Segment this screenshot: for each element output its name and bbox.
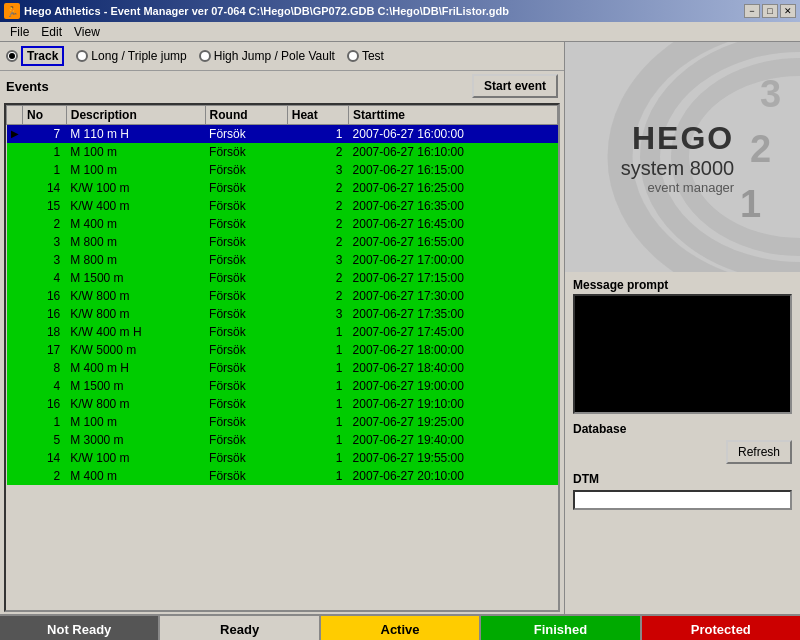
row-starttime: 2007-06-27 16:00:00 xyxy=(349,125,558,143)
radio-long-circle xyxy=(76,50,88,62)
row-desc: M 800 m xyxy=(66,233,205,251)
row-desc: M 100 m xyxy=(66,413,205,431)
row-starttime: 2007-06-27 16:45:00 xyxy=(349,215,558,233)
row-desc: K/W 5000 m xyxy=(66,341,205,359)
row-desc: M 800 m xyxy=(66,251,205,269)
row-round: Försök xyxy=(205,251,287,269)
row-round: Försök xyxy=(205,449,287,467)
row-starttime: 2007-06-27 17:35:00 xyxy=(349,305,558,323)
dtm-section: DTM xyxy=(573,472,792,510)
table-row[interactable]: 4 M 1500 m Försök 1 2007-06-27 19:00:00 xyxy=(7,377,558,395)
table-row[interactable]: 14 K/W 100 m Försök 1 2007-06-27 19:55:0… xyxy=(7,449,558,467)
row-arrow xyxy=(7,197,23,215)
status-bar: Not Ready Ready Active Finished Protecte… xyxy=(0,614,800,640)
table-row[interactable]: 2 M 400 m Försök 1 2007-06-27 20:10:00 xyxy=(7,467,558,485)
row-round: Försök xyxy=(205,413,287,431)
row-arrow xyxy=(7,305,23,323)
row-no: 1 xyxy=(23,413,67,431)
dtm-input[interactable] xyxy=(573,490,792,510)
table-row[interactable]: 15 K/W 400 m Försök 2 2007-06-27 16:35:0… xyxy=(7,197,558,215)
row-round: Försök xyxy=(205,467,287,485)
logo-hego: HEGO xyxy=(621,120,734,157)
row-arrow xyxy=(7,449,23,467)
table-row[interactable]: ▶ 7 M 110 m H Försök 1 2007-06-27 16:00:… xyxy=(7,125,558,143)
row-heat: 1 xyxy=(287,377,348,395)
row-starttime: 2007-06-27 16:55:00 xyxy=(349,233,558,251)
refresh-button[interactable]: Refresh xyxy=(726,440,792,464)
maximize-button[interactable]: □ xyxy=(762,4,778,18)
table-row[interactable]: 14 K/W 100 m Försök 2 2007-06-27 16:25:0… xyxy=(7,179,558,197)
row-no: 18 xyxy=(23,323,67,341)
row-desc: M 110 m H xyxy=(66,125,205,143)
row-heat: 2 xyxy=(287,233,348,251)
row-heat: 1 xyxy=(287,395,348,413)
table-row[interactable]: 18 K/W 400 m H Försök 1 2007-06-27 17:45… xyxy=(7,323,558,341)
table-row[interactable]: 3 M 800 m Försök 2 2007-06-27 16:55:00 xyxy=(7,233,558,251)
main-window: Track Long / Triple jump High Jump / Pol… xyxy=(0,42,800,614)
radio-track[interactable]: Track xyxy=(6,46,64,66)
menu-file[interactable]: File xyxy=(4,23,35,41)
row-desc: M 100 m xyxy=(66,161,205,179)
status-protected: Protected xyxy=(642,616,800,640)
row-round: Försök xyxy=(205,287,287,305)
table-row[interactable]: 16 K/W 800 m Försök 2 2007-06-27 17:30:0… xyxy=(7,287,558,305)
table-row[interactable]: 17 K/W 5000 m Försök 1 2007-06-27 18:00:… xyxy=(7,341,558,359)
row-heat: 3 xyxy=(287,305,348,323)
radio-test[interactable]: Test xyxy=(347,49,384,63)
title-bar-text: Hego Athletics - Event Manager ver 07-06… xyxy=(24,5,509,17)
menu-view[interactable]: View xyxy=(68,23,106,41)
table-row[interactable]: 1 M 100 m Försök 1 2007-06-27 19:25:00 xyxy=(7,413,558,431)
row-arrow xyxy=(7,467,23,485)
row-heat: 1 xyxy=(287,125,348,143)
row-starttime: 2007-06-27 17:00:00 xyxy=(349,251,558,269)
row-desc: K/W 800 m xyxy=(66,287,205,305)
row-starttime: 2007-06-27 18:40:00 xyxy=(349,359,558,377)
minimize-button[interactable]: − xyxy=(744,4,760,18)
row-heat: 2 xyxy=(287,269,348,287)
radio-long[interactable]: Long / Triple jump xyxy=(76,49,186,63)
logo-event-manager: event manager xyxy=(621,180,734,195)
row-starttime: 2007-06-27 18:00:00 xyxy=(349,341,558,359)
row-no: 5 xyxy=(23,431,67,449)
row-no: 15 xyxy=(23,197,67,215)
table-row[interactable]: 1 M 100 m Försök 2 2007-06-27 16:10:00 xyxy=(7,143,558,161)
events-table: No Description Round Heat Starttime ▶ 7 … xyxy=(6,105,558,485)
table-row[interactable]: 4 M 1500 m Försök 2 2007-06-27 17:15:00 xyxy=(7,269,558,287)
radio-group: Track Long / Triple jump High Jump / Pol… xyxy=(0,42,564,71)
message-prompt-label: Message prompt xyxy=(573,278,792,292)
row-desc: K/W 400 m H xyxy=(66,323,205,341)
message-box xyxy=(573,294,792,414)
table-row[interactable]: 16 K/W 800 m Försök 1 2007-06-27 19:10:0… xyxy=(7,395,558,413)
radio-high[interactable]: High Jump / Pole Vault xyxy=(199,49,335,63)
row-heat: 1 xyxy=(287,323,348,341)
database-row: Refresh xyxy=(573,440,792,464)
table-row[interactable]: 8 M 400 m H Försök 1 2007-06-27 18:40:00 xyxy=(7,359,558,377)
col-starttime: Starttime xyxy=(349,106,558,125)
logo-system: system 8000 xyxy=(621,157,734,180)
row-round: Försök xyxy=(205,341,287,359)
row-no: 17 xyxy=(23,341,67,359)
row-arrow xyxy=(7,377,23,395)
row-arrow xyxy=(7,413,23,431)
table-row[interactable]: 5 M 3000 m Försök 1 2007-06-27 19:40:00 xyxy=(7,431,558,449)
close-button[interactable]: ✕ xyxy=(780,4,796,18)
row-desc: K/W 800 m xyxy=(66,395,205,413)
row-arrow xyxy=(7,341,23,359)
table-row[interactable]: 1 M 100 m Försök 3 2007-06-27 16:15:00 xyxy=(7,161,558,179)
row-heat: 1 xyxy=(287,431,348,449)
start-event-button[interactable]: Start event xyxy=(472,74,558,98)
row-arrow xyxy=(7,359,23,377)
row-heat: 1 xyxy=(287,413,348,431)
row-desc: M 400 m H xyxy=(66,359,205,377)
table-row[interactable]: 3 M 800 m Försök 3 2007-06-27 17:00:00 xyxy=(7,251,558,269)
table-row[interactable]: 16 K/W 800 m Försök 3 2007-06-27 17:35:0… xyxy=(7,305,558,323)
row-desc: M 3000 m xyxy=(66,431,205,449)
row-arrow xyxy=(7,287,23,305)
row-no: 2 xyxy=(23,215,67,233)
row-arrow xyxy=(7,251,23,269)
row-starttime: 2007-06-27 16:15:00 xyxy=(349,161,558,179)
table-row[interactable]: 2 M 400 m Försök 2 2007-06-27 16:45:00 xyxy=(7,215,558,233)
svg-text:3: 3 xyxy=(760,73,781,115)
database-label: Database xyxy=(573,422,792,436)
menu-edit[interactable]: Edit xyxy=(35,23,68,41)
